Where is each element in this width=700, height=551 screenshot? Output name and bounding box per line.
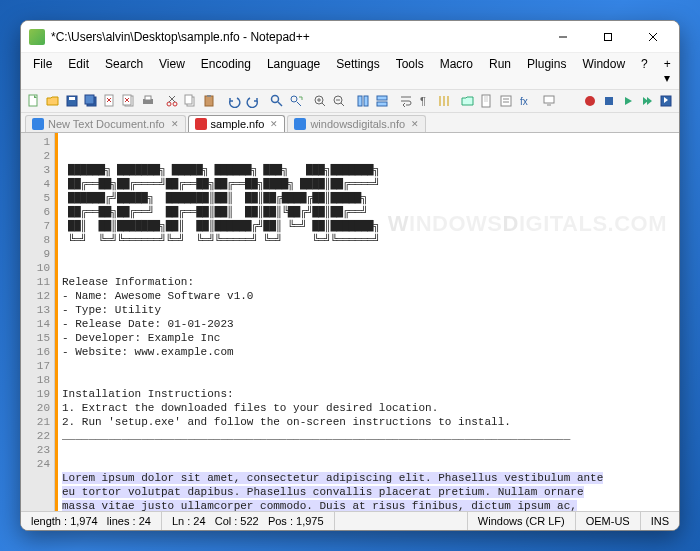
menu-tools[interactable]: Tools (388, 55, 432, 87)
menu-settings[interactable]: Settings (328, 55, 387, 87)
menubar: File Edit Search View Encoding Language … (21, 53, 679, 90)
playback-multi-icon[interactable] (638, 92, 656, 110)
save-macro-icon[interactable] (657, 92, 675, 110)
stop-macro-icon[interactable] (600, 92, 618, 110)
window-controls (540, 22, 675, 52)
save-all-icon[interactable] (82, 92, 100, 110)
doc-list-icon[interactable] (497, 92, 515, 110)
window-title: *C:\Users\alvin\Desktop\sample.nfo - Not… (51, 30, 540, 44)
svg-rect-24 (205, 96, 213, 106)
svg-rect-38 (377, 96, 387, 100)
svg-rect-36 (358, 96, 362, 106)
zoom-in-icon[interactable] (311, 92, 329, 110)
tab-label: New Text Document.nfo (48, 118, 165, 130)
replace-icon[interactable] (287, 92, 305, 110)
menu-window[interactable]: Window (574, 55, 633, 87)
status-position: Ln : 24 Col : 522 Pos : 1,975 (162, 512, 335, 530)
close-file-icon[interactable] (101, 92, 119, 110)
ascii-art: ██████╗ ███████╗ █████╗ ██████╗ ███╗ ███… (62, 164, 379, 246)
selected-lorem-block: Lorem ipsum dolor sit amet, consectetur … (62, 472, 610, 511)
file-icon (32, 118, 44, 130)
svg-rect-23 (185, 95, 192, 104)
tab-windowsdigitals[interactable]: windowsdigitals.nfo ✕ (287, 115, 426, 132)
titlebar: *C:\Users\alvin\Desktop\sample.nfo - Not… (21, 21, 679, 53)
svg-rect-17 (145, 96, 151, 100)
function-list-icon[interactable]: fx (516, 92, 534, 110)
menu-encoding[interactable]: Encoding (193, 55, 259, 87)
tab-close-icon[interactable]: ✕ (411, 119, 419, 129)
line-number-gutter: 1 2 3 4 5 6 7 8 9 10 11 12 13 14 15 16 1… (21, 133, 55, 511)
watermark: WWindowsDigitals.comINDOWSDIGITALS.COM (388, 217, 667, 231)
menu-file[interactable]: File (25, 55, 60, 87)
svg-rect-48 (501, 96, 511, 106)
show-all-chars-icon[interactable]: ¶ (416, 92, 434, 110)
undo-icon[interactable] (225, 92, 243, 110)
copy-icon[interactable] (182, 92, 200, 110)
redo-icon[interactable] (244, 92, 262, 110)
sync-v-icon[interactable] (354, 92, 372, 110)
svg-rect-25 (207, 95, 211, 97)
tab-label: sample.nfo (211, 118, 265, 130)
svg-rect-1 (604, 33, 611, 40)
svg-line-27 (278, 102, 282, 106)
svg-rect-55 (605, 97, 613, 105)
folder-as-workspace-icon[interactable] (459, 92, 477, 110)
indent-guide-icon[interactable] (435, 92, 453, 110)
status-encoding[interactable]: OEM-US (576, 512, 641, 530)
minimize-button[interactable] (540, 22, 585, 52)
monitor-icon[interactable] (540, 92, 558, 110)
close-button[interactable] (630, 22, 675, 52)
svg-rect-39 (377, 102, 387, 106)
close-all-icon[interactable] (120, 92, 138, 110)
install-instructions-block: Installation Instructions: 1. Extract th… (62, 388, 511, 428)
menu-run[interactable]: Run (481, 55, 519, 87)
svg-text:fx: fx (520, 96, 528, 107)
toolbar: ¶ fx (21, 90, 679, 113)
maximize-button[interactable] (585, 22, 630, 52)
svg-point-28 (291, 96, 297, 102)
menu-macro[interactable]: Macro (432, 55, 481, 87)
editor-area[interactable]: 1 2 3 4 5 6 7 8 9 10 11 12 13 14 15 16 1… (21, 133, 679, 511)
svg-rect-4 (29, 95, 37, 106)
svg-rect-6 (69, 97, 75, 100)
status-mode[interactable]: INS (641, 512, 679, 530)
paste-icon[interactable] (201, 92, 219, 110)
find-icon[interactable] (268, 92, 286, 110)
tab-sample[interactable]: sample.nfo ✕ (188, 115, 286, 132)
release-info-block: Release Information: - Name: Awesome Sof… (62, 276, 253, 358)
app-icon (29, 29, 45, 45)
zoom-out-icon[interactable] (330, 92, 348, 110)
status-length: length : 1,974 lines : 24 (21, 512, 162, 530)
svg-rect-37 (364, 96, 368, 106)
tabbar: New Text Document.nfo ✕ sample.nfo ✕ win… (21, 113, 679, 133)
menu-view[interactable]: View (151, 55, 193, 87)
play-macro-icon[interactable] (619, 92, 637, 110)
menu-plus[interactable]: + ▾ (656, 55, 679, 87)
record-macro-icon[interactable] (581, 92, 599, 110)
menu-search[interactable]: Search (97, 55, 151, 87)
menu-edit[interactable]: Edit (60, 55, 97, 87)
svg-point-54 (585, 96, 595, 106)
tab-new-text-document[interactable]: New Text Document.nfo ✕ (25, 115, 186, 132)
print-icon[interactable] (139, 92, 157, 110)
save-icon[interactable] (63, 92, 81, 110)
open-file-icon[interactable] (44, 92, 62, 110)
cut-icon[interactable] (163, 92, 181, 110)
svg-text:¶: ¶ (420, 95, 426, 107)
code-content[interactable]: WWindowsDigitals.comINDOWSDIGITALS.COM █… (58, 133, 679, 511)
menu-language[interactable]: Language (259, 55, 328, 87)
sync-h-icon[interactable] (373, 92, 391, 110)
wordwrap-icon[interactable] (397, 92, 415, 110)
svg-point-18 (167, 102, 171, 106)
menu-x[interactable]: ✕ (679, 55, 680, 87)
tab-close-icon[interactable]: ✕ (270, 119, 278, 129)
new-file-icon[interactable] (25, 92, 43, 110)
tab-close-icon[interactable]: ✕ (171, 119, 179, 129)
rule-line: ________________________________________… (62, 430, 570, 442)
svg-point-19 (173, 102, 177, 106)
svg-line-35 (341, 103, 344, 106)
menu-help[interactable]: ? (633, 55, 656, 87)
doc-map-icon[interactable] (478, 92, 496, 110)
status-eol[interactable]: Windows (CR LF) (468, 512, 576, 530)
menu-plugins[interactable]: Plugins (519, 55, 574, 87)
